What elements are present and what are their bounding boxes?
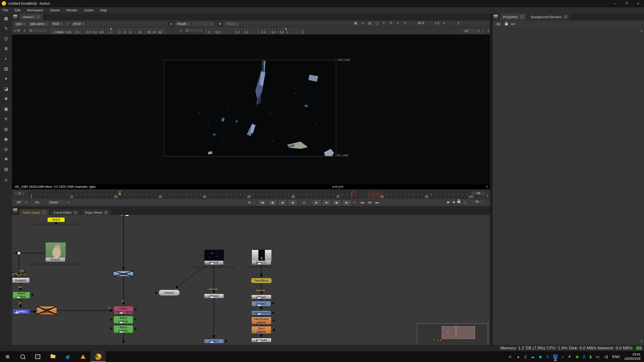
menu-render[interactable]: Render [64, 7, 80, 13]
network-icon[interactable]: ▭ [596, 351, 599, 362]
menu-file[interactable]: File [0, 7, 11, 13]
set-out-button[interactable]: O [352, 200, 357, 205]
current-frame-readout[interactable]: 22 [297, 201, 311, 204]
node-colorcorrect2[interactable]: ColorCorrect2 [251, 310, 271, 315]
pane-menu-icon[interactable] [13, 15, 17, 19]
node-addmix1[interactable]: AddMix1 [13, 309, 30, 314]
app-green-icon[interactable]: ▮ [590, 351, 592, 362]
pane-expand-icon[interactable]: ≫ [486, 194, 489, 197]
node-write2[interactable]: Write2 [47, 217, 65, 222]
view-mode-select[interactable]: 2D▾ [463, 28, 481, 34]
mask-icon[interactable]: ▭ [360, 21, 366, 25]
viewer-canvas[interactable]: 1920,1080 HD_1080 [12, 34, 490, 184]
search-button[interactable] [15, 351, 30, 362]
pane-menu-icon[interactable] [494, 15, 498, 19]
panel-limit-field[interactable]: 10 [494, 22, 502, 26]
file-explorer-button[interactable] [45, 351, 60, 362]
nuke-taskbar-button[interactable] [91, 351, 106, 362]
node-roto4[interactable]: Roto4 (alpha) [13, 292, 30, 299]
lock-icon[interactable] [457, 201, 460, 203]
other-icon[interactable]: ▤ [0, 164, 12, 174]
current-frame-marker[interactable]: 22 [118, 191, 121, 195]
tf-toggle[interactable]: TF▾ [35, 201, 39, 204]
tab-viewer2[interactable]: Viewer2 ✕ [19, 14, 43, 20]
3d-icon[interactable]: ▣ [0, 104, 12, 114]
layer-select[interactable]: rgba▾ [14, 21, 26, 27]
share-icon[interactable]: ◉ [539, 351, 542, 362]
minimap-view-rect[interactable] [442, 326, 475, 339]
gain-handle[interactable] [111, 28, 111, 30]
taskbar-clock[interactable]: 19:41 13/03/2019 [624, 352, 640, 361]
playhead[interactable] [352, 191, 352, 199]
range-end-field[interactable]: 74 [471, 191, 486, 196]
gamma-handle[interactable] [286, 28, 286, 30]
merge-icon[interactable]: ◪ [0, 84, 12, 94]
play-backward-button[interactable]: ◀ [288, 200, 297, 206]
chevron-down-icon[interactable]: ▼ [486, 184, 488, 189]
a-input-select[interactable]: Read6▾ [175, 21, 191, 27]
close-button[interactable]: ✕ [632, 0, 644, 7]
format-frame-icon[interactable]: ▣ [353, 21, 358, 25]
node-read11[interactable]: Read11 [252, 250, 271, 265]
play-indicator-icon[interactable]: ▶ [447, 200, 450, 204]
playhead-sync-icon[interactable] [463, 200, 467, 204]
close-icon[interactable]: ✕ [564, 15, 568, 19]
lock-icon[interactable] [505, 23, 508, 25]
timeline-ruler[interactable]: 1 10 20 30 40 50 60 70 80 90 100 22 74 [28, 191, 478, 198]
metadata-icon[interactable]: ◎ [0, 144, 12, 154]
defender-icon[interactable]: ❖ [568, 351, 571, 362]
particles-icon[interactable]: ✳ [0, 114, 12, 124]
gamma-slider[interactable]: 0 0.01 0.1 0.2 0.4 0.6 0.8 1 2 [206, 28, 305, 34]
node-viewer2[interactable]: Viewer2 [158, 290, 180, 296]
node-blur3[interactable]: Blur3 (alpha) [251, 326, 271, 334]
close-icon[interactable]: ✕ [74, 211, 77, 214]
roi-icon[interactable]: ⌖ [395, 21, 401, 25]
keyer-icon[interactable]: ✦ [0, 74, 12, 84]
decrement-icon[interactable]: ◀◀ [360, 201, 364, 204]
edge-button[interactable]: e [60, 351, 75, 362]
bluetooth-icon[interactable]: β [583, 351, 585, 362]
node-grade1[interactable]: Grade1 [113, 271, 133, 277]
wipe-mode-select[interactable]: -▾ [192, 21, 214, 27]
node-read6[interactable]: Read6 [204, 250, 224, 265]
clear-panels-button[interactable]: ≡✕ [511, 22, 515, 26]
vlc-tray-icon[interactable]: ▲ [516, 351, 520, 362]
pause-icon[interactable]: ‖ [402, 21, 408, 25]
pane-expand-icon[interactable]: ≫ [487, 29, 490, 32]
step-forward-button[interactable]: ▶ [322, 200, 331, 206]
next-keyframe-button[interactable]: |▶ [332, 200, 341, 206]
node-graph[interactable]: Write2 Crash2-greenscreen-denoise.0022.d… [12, 215, 490, 345]
fstop-prev-icon[interactable]: ◀ [14, 29, 15, 32]
deep-icon[interactable]: ◍ [0, 124, 12, 134]
pane-expand-icon[interactable]: ≫ [640, 340, 643, 343]
node-roto2[interactable]: Roto2 (alpha) [113, 316, 133, 324]
minimize-button[interactable]: — [609, 0, 621, 7]
loop-mode-icon[interactable]: ↻ [248, 200, 251, 205]
pane-expand-icon[interactable]: ≫ [640, 30, 643, 33]
node-premult3[interactable]: Premult3 [251, 338, 271, 342]
maximize-button[interactable]: ❐ [621, 0, 632, 7]
draw-icon[interactable]: ✎ [0, 24, 12, 34]
menu-viewer[interactable]: Viewer [47, 7, 63, 13]
nvidia-icon[interactable]: ◉ [576, 351, 579, 362]
menu-edit[interactable]: Edit [12, 7, 23, 13]
step-back-button[interactable]: ◀ [278, 200, 287, 206]
frame-increment-field[interactable]: 10 [365, 200, 374, 205]
prev-keyframe-button[interactable]: ◀| [268, 200, 277, 206]
pane-divider[interactable] [490, 14, 493, 345]
frame-field[interactable]: 74 [470, 200, 484, 204]
range-mode-select[interactable]: Global▾ [47, 200, 71, 205]
time-icon[interactable]: ◷ [0, 34, 12, 44]
zoom-level[interactable]: 35.5' [416, 21, 426, 25]
node-oflow2[interactable]: OFlow2 [251, 295, 271, 299]
display-channel-select[interactable]: RGB▾ [51, 21, 64, 27]
goto-end-button[interactable]: ▶| [342, 200, 351, 206]
set-in-button[interactable]: I [252, 200, 257, 205]
pane-expand-icon[interactable]: ≫ [456, 20, 460, 26]
wipe-icon[interactable]: ❏ [374, 21, 380, 25]
volume-icon[interactable]: ◁) [604, 351, 608, 362]
node-grade2[interactable]: Grade2 [204, 339, 224, 343]
channel-icon[interactable]: ≣ [0, 44, 12, 54]
lut-select[interactable]: sRGB▾ [71, 21, 86, 27]
filter-icon[interactable]: ▨ [0, 64, 12, 74]
